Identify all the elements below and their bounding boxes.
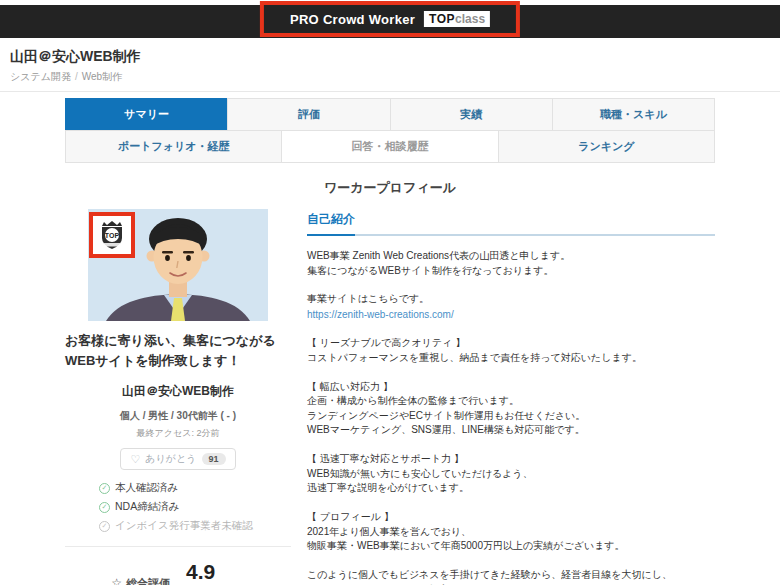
page-header: 山田＠安心WEB制作 システム開発/Web制作 bbox=[0, 42, 780, 92]
divider bbox=[65, 546, 291, 547]
rating-value-block: 4.9 ★★★★★ bbox=[186, 560, 245, 585]
tab-ranking[interactable]: ランキング bbox=[498, 130, 715, 163]
tab-job-skill[interactable]: 職種・スキル bbox=[552, 98, 715, 131]
rating-label: ☆ 総合評価 bbox=[111, 566, 170, 585]
top-class-badge-annotation: TOP bbox=[89, 212, 135, 258]
check-circle-icon bbox=[99, 483, 110, 494]
pro-crowdworker-logo: PRO Crowd Worker bbox=[290, 12, 415, 27]
thanks-button[interactable]: ♡ ありがとう 91 bbox=[120, 448, 235, 470]
verification-identity: 本人確認済み bbox=[99, 481, 291, 495]
worker-name-heading: 山田＠安心WEB制作 bbox=[10, 48, 770, 66]
verification-nda: NDA締結済み bbox=[99, 500, 291, 514]
profile-name: 山田＠安心WEB制作 bbox=[65, 383, 291, 400]
breadcrumb-separator: / bbox=[75, 71, 78, 82]
overall-rating: ☆ 総合評価 4.9 ★★★★★ bbox=[65, 560, 291, 585]
star-outline-icon: ☆ bbox=[111, 576, 122, 585]
pro-crowdworker-logo-annotation: PRO Crowd Worker TOPclass bbox=[260, 1, 520, 37]
intro-paragraph-1: WEB事業 Zenith Web Creations代表の山田透と申します。 集… bbox=[307, 249, 715, 278]
top-banner: PRO Crowd Worker TOPclass bbox=[0, 0, 780, 42]
check-circle-icon bbox=[99, 502, 110, 513]
business-site-link[interactable]: https://zenith-web-creations.com/ bbox=[307, 308, 715, 323]
avatar: TOP bbox=[88, 209, 268, 321]
verification-list: 本人確認済み NDA締結済み インボイス発行事業者未確認 bbox=[99, 481, 291, 533]
profile-sidebar: TOP お客様に寄り添い、集客につながるWEBサイトを制作致します！ 山田＠安心… bbox=[65, 209, 291, 585]
heart-icon: ♡ bbox=[130, 453, 140, 466]
self-introduction-section: 自己紹介 WEB事業 Zenith Web Creations代表の山田透と申し… bbox=[307, 209, 715, 585]
tab-portfolio-career[interactable]: ポートフォリオ・経歴 bbox=[65, 130, 282, 163]
intro-site-block: 事業サイトはこちらです。 https://zenith-web-creation… bbox=[307, 292, 715, 322]
self-introduction-heading: 自己紹介 bbox=[307, 211, 355, 236]
thanks-count-badge: 91 bbox=[202, 453, 226, 465]
site-label: 事業サイトはこちらです。 bbox=[307, 293, 429, 304]
breadcrumb: システム開発/Web制作 bbox=[10, 70, 770, 84]
tab-summary[interactable]: サマリー bbox=[65, 98, 228, 131]
top-class-shield-icon: TOP bbox=[93, 216, 131, 254]
topclass-badge: TOPclass bbox=[424, 11, 490, 27]
intro-body: 【 リーズナブルで高クオリティ 】 コストパフォーマンスを重視し、納品まで責任を… bbox=[307, 336, 715, 585]
check-circle-icon-gray bbox=[99, 521, 110, 532]
tab-results[interactable]: 実績 bbox=[390, 98, 553, 131]
tab-rating[interactable]: 評価 bbox=[227, 98, 390, 131]
self-introduction-heading-row: 自己紹介 bbox=[307, 209, 715, 236]
page-title: ワーカープロフィール bbox=[0, 179, 780, 197]
tab-answers-consultations[interactable]: 回答・相談履歴 bbox=[281, 130, 498, 163]
main-content: TOP お客様に寄り添い、集客につながるWEBサイトを制作致します！ 山田＠安心… bbox=[65, 209, 715, 585]
rating-value: 4.9 bbox=[186, 560, 245, 584]
svg-text:TOP: TOP bbox=[105, 232, 120, 239]
breadcrumb-link-system-dev[interactable]: システム開発 bbox=[10, 71, 71, 82]
last-access: 最終アクセス: 2分前 bbox=[65, 427, 291, 440]
tab-row-2: ポートフォリオ・経歴 回答・相談履歴 ランキング bbox=[65, 131, 715, 163]
profile-attributes: 個人 / 男性 / 30代前半 ( - ) bbox=[65, 409, 291, 423]
verification-invoice: インボイス発行事業者未確認 bbox=[99, 519, 291, 533]
profile-tabs: サマリー 評価 実績 職種・スキル ポートフォリオ・経歴 回答・相談履歴 ランキ… bbox=[65, 98, 715, 163]
catch-copy: お客様に寄り添い、集客につながるWEBサイトを制作致します！ bbox=[65, 331, 291, 370]
tab-row-1: サマリー 評価 実績 職種・スキル bbox=[65, 98, 715, 131]
breadcrumb-link-web[interactable]: Web制作 bbox=[82, 71, 122, 82]
